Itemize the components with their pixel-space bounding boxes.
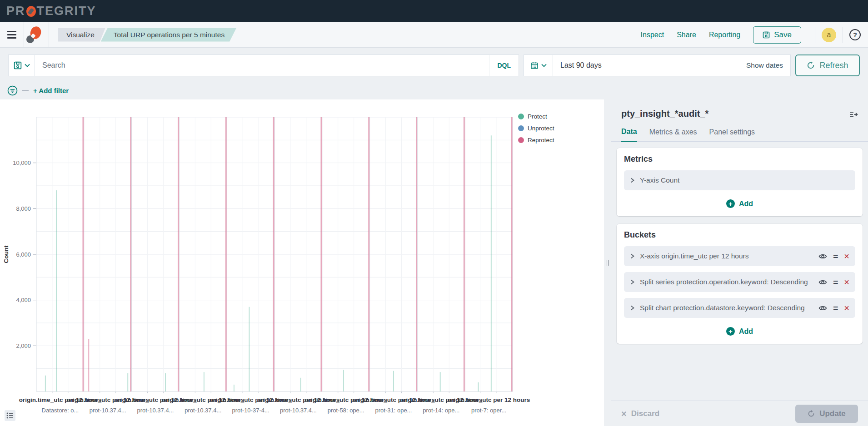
legend-toggle-button[interactable] (5, 410, 15, 421)
toggle-visibility-eye-icon[interactable] (818, 252, 827, 261)
refresh-icon (808, 410, 815, 417)
date-picker: Last 90 days Show dates (524, 54, 791, 76)
breadcrumb: Visualize Total URP operations per 5 min… (58, 28, 236, 42)
bucket-row-x-axis[interactable]: X-axis origin.time_utc per 12 hours = × (624, 246, 855, 266)
metric-row-y-axis-count[interactable]: Y-axis Count (624, 170, 855, 190)
tab-metrics-axes[interactable]: Metrics & axes (649, 128, 697, 141)
top-banner: PRTEGRITY (0, 0, 868, 22)
bucket-row-split-chart[interactable]: Split chart protection.datastore.keyword… (624, 298, 855, 318)
list-icon (6, 411, 14, 420)
metrics-card: Metrics Y-axis Count + Add (617, 148, 863, 216)
search-box: DQL (8, 54, 519, 76)
avatar[interactable]: a (822, 28, 836, 42)
chart-bar[interactable] (249, 307, 249, 391)
chart-bar[interactable] (56, 190, 57, 391)
panel-label: prot-14: ope... (423, 407, 459, 414)
tab-data[interactable]: Data (621, 128, 637, 142)
panel-resizer-handle[interactable] (604, 99, 611, 426)
legend-item[interactable]: Reprotect (518, 137, 554, 144)
y-tick-label: 6,000 (16, 251, 31, 258)
panel-label: prot-10.37.4... (90, 407, 126, 414)
save-icon (763, 31, 770, 39)
metric-row-label: Y-axis Count (640, 176, 849, 184)
add-bucket-button[interactable]: + Add (624, 324, 855, 337)
chart-bar[interactable] (440, 372, 441, 391)
remove-bucket-icon[interactable]: × (844, 252, 849, 261)
chevron-right-icon (630, 305, 635, 311)
chart-bar[interactable] (88, 339, 89, 391)
chart-bar[interactable] (127, 373, 128, 391)
filter-icon[interactable] (7, 85, 18, 96)
drag-handle-icon[interactable]: = (833, 252, 838, 261)
save-button[interactable]: Save (753, 26, 801, 44)
show-dates-button[interactable]: Show dates (746, 61, 790, 69)
date-quick-menu-button[interactable] (524, 55, 553, 76)
bucket-row-split-series[interactable]: Split series protection.operation.keywor… (624, 272, 855, 292)
legend-item[interactable]: Unprotect (518, 125, 554, 132)
chart-bar[interactable] (234, 385, 234, 391)
chart-bar[interactable] (393, 371, 394, 391)
panel-label: prot-10.37.4... (137, 407, 174, 414)
chart-bar[interactable] (165, 373, 166, 391)
chart-area: 2,0004,0006,0008,00010,000Countorigin.ti… (0, 99, 604, 426)
panel-label: prot-58: ope... (328, 407, 364, 414)
refresh-button[interactable]: Refresh (795, 54, 860, 76)
breadcrumb-current-visualization[interactable]: Total URP operations per 5 minutes (101, 28, 236, 42)
drag-handle-icon[interactable]: = (833, 304, 838, 312)
chart-svg: 2,0004,0006,0008,00010,000Countorigin.ti… (0, 99, 604, 426)
update-button[interactable]: Update (795, 405, 858, 423)
add-metric-button[interactable]: + Add (624, 196, 855, 209)
legend-dot-icon (518, 125, 524, 131)
y-tick-label: 10,000 (13, 159, 31, 166)
breadcrumb-visualize[interactable]: Visualize (58, 28, 105, 42)
legend-dot-icon (518, 114, 524, 119)
menu-hamburger-icon[interactable] (0, 22, 24, 48)
buckets-card: Buckets X-axis origin.time_utc per 12 ho… (617, 224, 863, 344)
saved-query-menu-button[interactable] (9, 55, 35, 76)
inspect-link[interactable]: Inspect (641, 31, 664, 39)
legend-label: Protect (528, 113, 547, 120)
panel-label: prot-10.37.4... (280, 407, 317, 414)
panel-label: prot-7: oper... (471, 407, 506, 414)
bucket-row-label: Split chart protection.datastore.keyword… (640, 304, 813, 312)
share-link[interactable]: Share (677, 31, 696, 39)
chart-bar[interactable] (45, 376, 46, 391)
chart-bar[interactable] (491, 135, 492, 391)
refresh-icon (807, 61, 815, 69)
collapse-panel-icon[interactable] (849, 110, 858, 120)
plus-icon: + (726, 199, 735, 208)
grip-icon (607, 260, 609, 266)
chart-bar[interactable] (300, 378, 301, 391)
help-icon[interactable]: ? (849, 29, 861, 40)
remove-bucket-icon[interactable]: × (844, 303, 849, 312)
divider (843, 27, 843, 43)
drag-handle-icon[interactable]: = (833, 278, 838, 287)
divider (24, 22, 24, 48)
chart-bar[interactable] (204, 372, 205, 391)
tab-panel-settings[interactable]: Panel settings (709, 128, 755, 141)
chart-bar[interactable] (478, 382, 479, 391)
chevron-right-icon (630, 253, 635, 259)
add-filter-button[interactable]: + Add filter (33, 87, 69, 94)
panel-header: pty_insight_*audit_* (611, 99, 868, 120)
chart-legend: ProtectUnprotectReprotect (518, 113, 554, 144)
toggle-visibility-eye-icon[interactable] (818, 278, 827, 287)
query-language-button[interactable]: DQL (489, 55, 519, 76)
legend-item[interactable]: Protect (518, 113, 554, 120)
protegrity-logo-icon[interactable] (26, 26, 41, 44)
toolbar-actions: Inspect Share Reporting Save a ? (641, 26, 868, 44)
calendar-icon (530, 61, 539, 69)
date-range-value[interactable]: Last 90 days (553, 61, 746, 69)
discard-button[interactable]: × Discard (621, 409, 659, 418)
chart-bar[interactable] (343, 370, 344, 391)
bucket-row-label: X-axis origin.time_utc per 12 hours (640, 252, 813, 260)
divider (815, 27, 815, 43)
toggle-visibility-eye-icon[interactable] (818, 304, 827, 312)
search-input[interactable] (35, 55, 489, 76)
remove-bucket-icon[interactable]: × (844, 277, 849, 287)
panel-tabs: Data Metrics & axes Panel settings (611, 128, 868, 142)
reporting-link[interactable]: Reporting (709, 31, 740, 39)
toolbar: Visualize Total URP operations per 5 min… (0, 22, 868, 48)
app-window: PRTEGRITY Visualize Total URP operations… (0, 0, 868, 426)
main-content: 2,0004,0006,0008,00010,000Countorigin.ti… (0, 99, 868, 426)
